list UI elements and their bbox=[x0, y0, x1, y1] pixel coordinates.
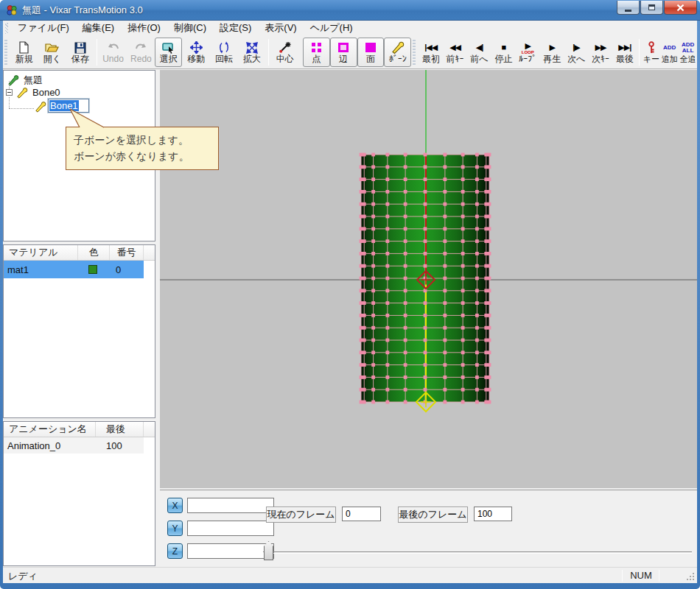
last-frame-input[interactable] bbox=[474, 507, 512, 521]
x-value-input[interactable] bbox=[187, 498, 274, 513]
menu-view[interactable]: 表示(V) bbox=[258, 20, 303, 37]
new-button[interactable]: 新規 bbox=[10, 38, 38, 67]
animation-row[interactable]: Animation_0 100 bbox=[4, 437, 144, 454]
menu-control[interactable]: 制御(C) bbox=[167, 20, 213, 37]
last-frame-label: 最後のフレーム bbox=[398, 507, 468, 523]
next-key-icon: ▶▶ bbox=[595, 40, 606, 54]
axis-y-button[interactable]: Y bbox=[167, 521, 183, 536]
material-panel: マテリアル 色 番号 mat1 0 bbox=[3, 244, 155, 418]
select-tool-button[interactable]: 選択 bbox=[155, 38, 182, 67]
open-button[interactable]: 開く bbox=[38, 38, 66, 67]
axis-x-button[interactable]: X bbox=[167, 498, 183, 513]
save-floppy-icon bbox=[74, 40, 86, 54]
mode-bone-button[interactable]: ﾎﾞｰﾝ bbox=[384, 38, 411, 67]
close-button[interactable] bbox=[664, 1, 697, 15]
maximize-icon bbox=[648, 4, 655, 10]
menu-operation[interactable]: 操作(O) bbox=[121, 20, 167, 37]
mode-point-button[interactable]: 点 bbox=[303, 38, 330, 67]
tree-item-root[interactable]: 無題 bbox=[7, 74, 43, 86]
material-color-header[interactable]: 色 bbox=[78, 245, 110, 260]
animation-last-frame: 100 bbox=[96, 440, 144, 451]
num-lock-indicator: NUM bbox=[626, 570, 657, 581]
playback-next-button[interactable]: |▶ 次へ bbox=[564, 38, 589, 67]
rotate-tool-button[interactable]: 回転 bbox=[210, 38, 238, 67]
playback-prev-key-button[interactable]: ◀◀ 前ｷｰ bbox=[443, 38, 467, 67]
material-number-header[interactable]: 番号 bbox=[110, 245, 144, 260]
frame-slider-track[interactable] bbox=[263, 551, 692, 554]
add-all-keys-button[interactable]: ADD ALL 全追 bbox=[679, 38, 697, 67]
viewport-3d[interactable] bbox=[160, 70, 697, 488]
close-icon bbox=[676, 4, 685, 12]
current-frame-label: 現在のフレーム bbox=[266, 507, 336, 523]
move-tool-button[interactable]: 移動 bbox=[182, 38, 210, 67]
playback-loop-button[interactable]: ▶ LOOP ﾙｰﾌﾟ bbox=[516, 38, 540, 67]
client-area: ファイル(F) 編集(E) 操作(O) 制御(C) 設定(S) 表示(V) ヘル… bbox=[3, 21, 697, 583]
callout-line2: ボーンが赤くなります。 bbox=[74, 148, 218, 164]
material-row-selected[interactable]: mat1 0 bbox=[4, 261, 144, 278]
redo-button[interactable]: Redo bbox=[127, 38, 155, 67]
menu-file[interactable]: ファイル(F) bbox=[11, 20, 76, 37]
add-all-text-icon: ADD ALL bbox=[682, 40, 694, 54]
undo-button[interactable]: Undo bbox=[99, 38, 127, 67]
menubar-grip[interactable] bbox=[5, 23, 8, 34]
skip-end-icon: ▶▶| bbox=[618, 40, 631, 54]
toolbar-grip[interactable] bbox=[4, 40, 7, 65]
move-arrows-icon bbox=[190, 40, 203, 54]
titlebar[interactable]: 無題 - Vixar TransMotion 3.0 bbox=[0, 0, 700, 21]
z-value-input[interactable] bbox=[187, 543, 274, 559]
callout-pointer bbox=[65, 106, 111, 128]
playback-next-key-button[interactable]: ▶▶ 次ｷｰ bbox=[589, 38, 613, 67]
playback-stop-button[interactable]: ■ 停止 bbox=[491, 38, 516, 67]
bone1-icon bbox=[35, 101, 46, 113]
points-icon bbox=[312, 40, 321, 54]
animation-last-header[interactable]: 最後 bbox=[96, 422, 144, 437]
scale-arrows-icon bbox=[246, 40, 258, 54]
playback-play-button[interactable]: ▶ 再生 bbox=[540, 38, 564, 67]
selection-rect-icon bbox=[162, 40, 175, 54]
tree-item-bone0[interactable]: Bone0 bbox=[16, 86, 60, 99]
add-key-button[interactable]: ADD 追加 bbox=[660, 38, 679, 67]
material-name-header[interactable]: マテリアル bbox=[4, 245, 78, 260]
play-icon: ▶ bbox=[549, 40, 554, 54]
statusbar: レディ NUM bbox=[3, 567, 697, 583]
minimize-icon bbox=[625, 10, 631, 12]
mode-face-button[interactable]: 面 bbox=[357, 38, 385, 67]
mode-edge-button[interactable]: 辺 bbox=[330, 38, 357, 67]
playback-prev-button[interactable]: ◀| 前へ bbox=[467, 38, 491, 67]
y-value-input[interactable] bbox=[187, 521, 274, 536]
scale-tool-button[interactable]: 拡大 bbox=[238, 38, 266, 67]
minimize-button[interactable] bbox=[617, 1, 640, 15]
save-button[interactable]: 保存 bbox=[66, 38, 94, 67]
step-forward-icon: |▶ bbox=[573, 40, 580, 54]
maximize-button[interactable] bbox=[640, 1, 663, 15]
toolbar-grip[interactable] bbox=[413, 40, 416, 65]
tutorial-callout: 子ボーンを選択します。 ボーンが赤くなります。 bbox=[66, 127, 219, 170]
callout-line1: 子ボーンを選択します。 bbox=[74, 132, 218, 148]
material-color-swatch bbox=[88, 265, 97, 274]
tree-expander[interactable] bbox=[6, 89, 13, 96]
face-square-icon bbox=[365, 40, 376, 54]
current-frame-input[interactable] bbox=[342, 507, 381, 521]
rotate-arrows-icon bbox=[219, 40, 229, 54]
animation-list-header: アニメーション名 最後 bbox=[4, 422, 155, 437]
animation-name-header[interactable]: アニメーション名 bbox=[4, 422, 96, 437]
axis-z-button[interactable]: Z bbox=[167, 543, 183, 559]
playback-last-button[interactable]: ▶▶| 最後 bbox=[612, 38, 637, 67]
playback-first-button[interactable]: |◀◀ 最初 bbox=[419, 38, 443, 67]
key-button[interactable]: キー bbox=[642, 38, 660, 67]
menubar: ファイル(F) 編集(E) 操作(O) 制御(C) 設定(S) 表示(V) ヘル… bbox=[3, 21, 697, 36]
menu-edit[interactable]: 編集(E) bbox=[76, 20, 121, 37]
menu-settings[interactable]: 設定(S) bbox=[213, 20, 258, 37]
bone0-icon bbox=[16, 87, 28, 99]
tree-item-bone1[interactable] bbox=[35, 100, 46, 113]
toolbar-separator bbox=[268, 39, 269, 66]
resize-grip[interactable] bbox=[686, 572, 696, 582]
center-button[interactable]: 中心 bbox=[271, 38, 299, 67]
undo-icon bbox=[107, 40, 120, 54]
edge-square-icon bbox=[338, 40, 349, 54]
transform-frame-panel: X Y Z 現在のフレーム 最後のフレーム bbox=[160, 490, 697, 566]
menu-help[interactable]: ヘルプ(H) bbox=[304, 20, 360, 37]
toolbar-separator bbox=[639, 39, 640, 66]
window-controls bbox=[616, 1, 697, 15]
tree-item-label: 無題 bbox=[24, 74, 43, 87]
